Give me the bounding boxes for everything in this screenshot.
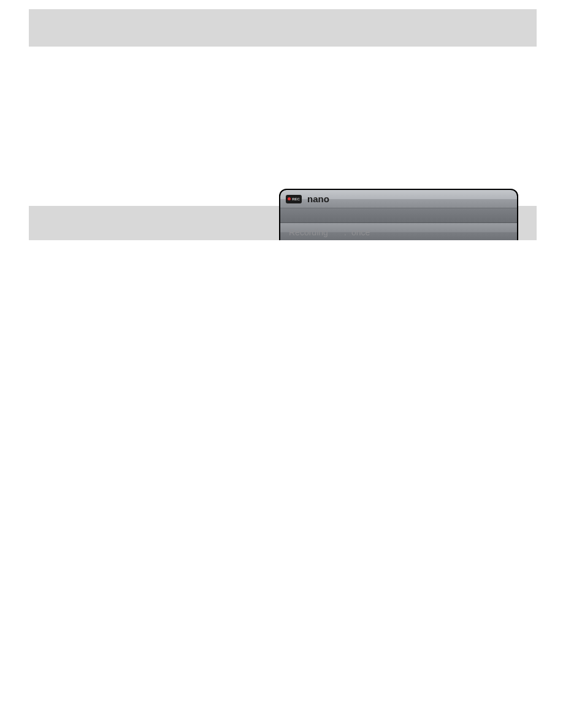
dialog-title: nano — [307, 194, 329, 204]
row-label: Recording — [280, 227, 344, 237]
recording-settings-dialog: REC nano Recording : once Date : Monday,… — [279, 189, 518, 240]
page-header-band — [29, 9, 537, 47]
rec-icon: REC — [280, 193, 307, 205]
row-recording[interactable]: Recording : once — [280, 223, 517, 240]
spacer — [280, 208, 517, 223]
dialog-titlebar: REC nano — [280, 190, 517, 208]
row-value: once — [351, 227, 370, 237]
